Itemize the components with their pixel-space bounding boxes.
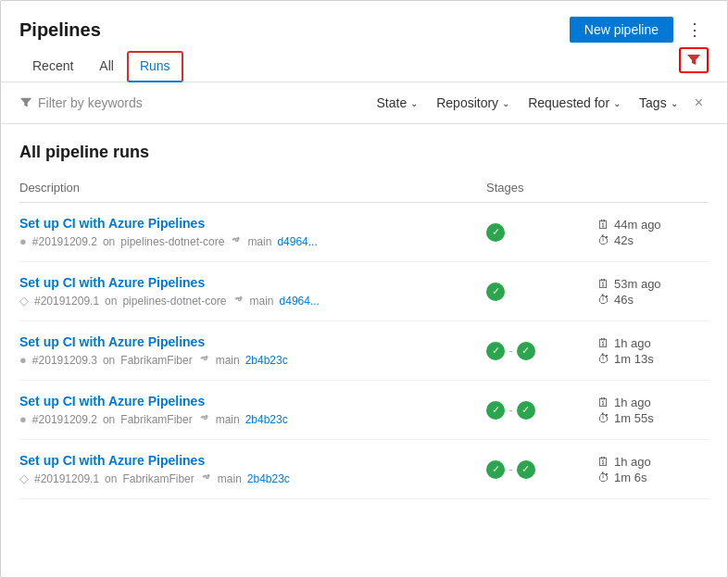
tab-runs[interactable]: Runs [127, 51, 183, 82]
page-container: Pipelines New pipeline ⋮ Recent All Runs [0, 0, 728, 578]
pipeline-info: Set up CI with Azure Pipelines ◇ #201912… [19, 453, 486, 485]
section-title: All pipeline runs [19, 143, 709, 162]
pipeline-meta: ● #20191209.2 on pipelines-dotnet-core m… [19, 234, 486, 248]
run-id: #20191209.2 [32, 235, 97, 248]
stage-status-icon: ✓ [486, 223, 505, 242]
pipeline-name[interactable]: Set up CI with Azure Pipelines [19, 334, 486, 349]
person-icon: ● [19, 353, 27, 367]
run-id: #20191209.1 [34, 472, 99, 485]
time-column: 🗓 53m ago ⏱ 46s [597, 277, 709, 307]
requested-for-chevron-icon: ⌄ [613, 98, 621, 108]
calendar-icon: 🗓 [597, 218, 609, 232]
table-header: Description Stages [19, 177, 709, 203]
stages-column: ✓ [486, 223, 597, 242]
commit-hash: 2b4b23c [245, 354, 288, 367]
page-header: Pipelines New pipeline ⋮ [1, 1, 727, 44]
main-content: All pipeline runs Description Stages Set… [1, 124, 727, 499]
branch-name: main [216, 413, 240, 426]
commit-hash: 2b4b23c [247, 472, 290, 485]
table-row[interactable]: Set up CI with Azure Pipelines ◇ #201912… [19, 262, 709, 321]
stage2-status-icon: ✓ [517, 342, 535, 360]
time-ago: 1h ago [614, 396, 651, 409]
duration-row: ⏱ 1m 13s [597, 352, 709, 366]
branch-name: main [247, 235, 271, 248]
tab-all[interactable]: All [86, 51, 127, 82]
on-label: on [103, 413, 115, 426]
commit-hash: d4964... [280, 295, 320, 308]
new-pipeline-button[interactable]: New pipeline [570, 17, 673, 43]
stage-separator: - [508, 403, 513, 418]
duration-row: ⏱ 42s [597, 233, 709, 247]
stage-separator: - [508, 344, 513, 358]
repository-chevron-icon: ⌄ [502, 98, 509, 108]
repo-name: pipelines-dotnet-core [122, 295, 226, 308]
header-description: Description [19, 181, 486, 195]
clock-icon: ⏱ [597, 233, 609, 247]
tags-chevron-icon: ⌄ [671, 98, 678, 108]
duration-row: ⏱ 46s [597, 293, 709, 307]
pipeline-name[interactable]: Set up CI with Azure Pipelines [19, 216, 486, 231]
branch-icon [198, 413, 210, 425]
time-ago: 44m ago [614, 218, 661, 232]
requested-for-dropdown[interactable]: Requested for ⌄ [521, 92, 628, 114]
duration: 1m 55s [614, 411, 654, 425]
time-column: 🗓 1h ago ⏱ 1m 55s [597, 396, 709, 425]
table-row[interactable]: Set up CI with Azure Pipelines ● #201912… [19, 203, 709, 262]
header-actions: New pipeline ⋮ [570, 16, 709, 44]
filter-clear-button[interactable]: × [689, 93, 709, 113]
duration-row: ⏱ 1m 55s [597, 411, 709, 425]
time-ago-row: 🗓 53m ago [597, 277, 709, 291]
calendar-icon: 🗓 [597, 277, 609, 291]
pipeline-name[interactable]: Set up CI with Azure Pipelines [19, 394, 486, 408]
clock-icon: ⏱ [597, 411, 609, 425]
keyword-filter[interactable]: Filter by keywords [19, 95, 366, 110]
branch-icon [230, 235, 242, 247]
table-row[interactable]: Set up CI with Azure Pipelines ● #201912… [19, 321, 709, 381]
stages-column: ✓ - ✓ [486, 342, 597, 360]
branch-name: main [250, 295, 274, 308]
time-column: 🗓 44m ago ⏱ 42s [597, 218, 709, 247]
clock-icon: ⏱ [597, 352, 609, 366]
duration-row: ⏱ 1m 6s [597, 471, 709, 484]
more-options-button[interactable]: ⋮ [681, 16, 709, 44]
time-ago: 1h ago [614, 455, 651, 469]
state-dropdown[interactable]: State ⌄ [370, 92, 426, 114]
filter-toggle-button[interactable] [679, 47, 709, 73]
tags-dropdown[interactable]: Tags ⌄ [632, 92, 685, 114]
pipeline-meta: ◇ #20191209.1 on FabrikamFiber main 2b4b… [19, 471, 486, 485]
tab-recent[interactable]: Recent [19, 51, 86, 82]
person-icon: ● [19, 234, 27, 248]
time-ago-row: 🗓 1h ago [597, 336, 709, 350]
state-chevron-icon: ⌄ [410, 98, 418, 108]
duration: 1m 6s [614, 471, 646, 484]
tag-icon: ◇ [19, 294, 29, 308]
commit-hash: 2b4b23c [245, 413, 288, 426]
pipeline-info: Set up CI with Azure Pipelines ● #201912… [19, 334, 486, 367]
run-id: #20191209.1 [34, 295, 99, 308]
stages-column: ✓ - ✓ [486, 460, 597, 479]
page-title: Pipelines [19, 19, 101, 41]
duration: 42s [614, 233, 634, 247]
on-label: on [105, 472, 117, 485]
table-row[interactable]: Set up CI with Azure Pipelines ◇ #201912… [19, 440, 709, 499]
stage-status-icon: ✓ [486, 283, 505, 301]
branch-name: main [218, 472, 242, 485]
stage2-status-icon: ✓ [517, 401, 535, 420]
time-column: 🗓 1h ago ⏱ 1m 13s [597, 336, 709, 366]
calendar-icon: 🗓 [597, 455, 609, 469]
pipeline-name[interactable]: Set up CI with Azure Pipelines [19, 453, 486, 468]
header-stages: Stages [486, 181, 597, 195]
filter-bar-icon [19, 96, 32, 109]
calendar-icon: 🗓 [597, 396, 609, 409]
time-ago-row: 🗓 1h ago [597, 455, 709, 469]
duration: 46s [614, 293, 634, 307]
run-id: #20191209.2 [32, 413, 97, 426]
person-icon: ● [19, 412, 27, 426]
table-row[interactable]: Set up CI with Azure Pipelines ● #201912… [19, 381, 709, 440]
pipeline-name[interactable]: Set up CI with Azure Pipelines [19, 275, 486, 290]
branch-icon [200, 472, 212, 484]
filter-icon [686, 53, 701, 68]
stages-column: ✓ - ✓ [486, 401, 597, 420]
repository-dropdown[interactable]: Repository ⌄ [429, 92, 517, 114]
pipeline-meta: ● #20191209.3 on FabrikamFiber main 2b4b… [19, 353, 486, 367]
